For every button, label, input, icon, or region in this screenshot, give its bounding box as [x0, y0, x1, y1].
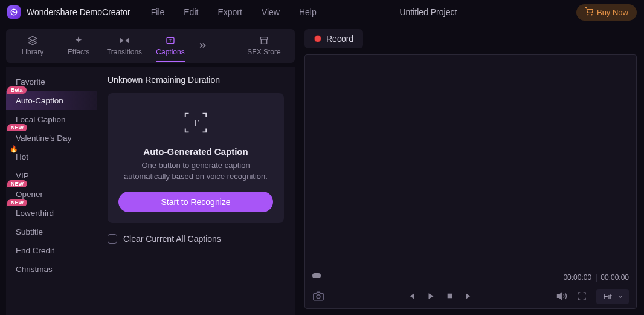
svg-point-7 — [317, 295, 320, 299]
buy-now-button[interactable]: Buy Now — [576, 4, 637, 21]
svg-text:T: T — [193, 117, 199, 129]
clear-captions-option[interactable]: Clear Current All Captions — [108, 234, 284, 244]
zoom-fit-select[interactable]: Fit — [596, 289, 629, 304]
tab-captions[interactable]: T Captions — [147, 36, 193, 56]
record-dot-icon — [314, 35, 321, 42]
app-logo-icon — [7, 5, 21, 19]
card-description: One button to generate caption automatic… — [118, 160, 273, 182]
category-auto-caption[interactable]: Beta Auto-Caption — [6, 91, 97, 110]
store-icon — [259, 36, 269, 45]
snapshot-button[interactable] — [312, 291, 324, 302]
record-label: Record — [326, 34, 353, 44]
fullscreen-button[interactable] — [577, 291, 587, 301]
time-display: 00:00:00 | 00:00:00 — [305, 273, 636, 284]
buy-now-label: Buy Now — [597, 8, 628, 17]
total-time: 00:00:00 — [601, 273, 629, 282]
preview-player: 00:00:00 | 00:00:00 Fit — [304, 54, 637, 309]
category-subtitle[interactable]: Subtitle — [6, 222, 97, 241]
caption-category-list: Favorite Beta Auto-Caption Local Caption… — [6, 67, 97, 315]
app-title: Wondershare DemoCreator — [27, 7, 130, 17]
transition-icon — [119, 36, 130, 45]
tab-library[interactable]: Library — [10, 36, 56, 56]
left-column: Library Effects Transitions T Captions S… — [0, 24, 301, 315]
duration-header: Unknown Remaining Duration — [108, 75, 284, 85]
new-badge: NEW — [7, 124, 27, 131]
cart-icon — [585, 7, 593, 18]
new-badge: NEW — [7, 180, 27, 187]
tab-transitions[interactable]: Transitions — [101, 36, 147, 56]
project-title: Untitled Project — [280, 7, 576, 17]
workspace: Library Effects Transitions T Captions S… — [0, 24, 644, 315]
start-recognize-button[interactable]: Start to Recognize — [118, 192, 273, 212]
menu-file[interactable]: File — [151, 7, 165, 17]
category-hot[interactable]: 🔥 Hot — [6, 148, 97, 166]
text-scan-icon: T — [179, 106, 212, 139]
auto-caption-panel: Unknown Remaining Duration T Auto-Genera… — [97, 67, 295, 315]
clear-captions-checkbox[interactable] — [108, 234, 117, 244]
tabs-more-button[interactable] — [193, 41, 211, 51]
media-tabs: Library Effects Transitions T Captions S… — [6, 29, 295, 63]
svg-point-1 — [588, 14, 588, 15]
menu-view[interactable]: View — [262, 7, 280, 17]
player-controls: Fit — [305, 284, 636, 308]
beta-badge: Beta — [7, 86, 27, 94]
card-title: Auto-Generated Caption — [143, 146, 248, 157]
next-frame-button[interactable] — [465, 292, 473, 300]
panels: Favorite Beta Auto-Caption Local Caption… — [6, 67, 295, 315]
svg-marker-9 — [557, 293, 561, 300]
stop-button[interactable] — [446, 292, 454, 300]
category-valentines[interactable]: NEW Valentine's Day — [6, 129, 97, 148]
svg-marker-3 — [28, 36, 36, 41]
preview-column: Record 00:00:00 | 00:00:00 — [301, 24, 644, 315]
category-christmas[interactable]: Christmas — [6, 260, 97, 279]
sparkle-icon — [73, 36, 84, 45]
menu-export[interactable]: Export — [217, 7, 242, 17]
svg-point-2 — [591, 14, 592, 15]
record-button[interactable]: Record — [304, 29, 363, 48]
preview-canvas[interactable] — [305, 55, 636, 271]
clear-captions-label: Clear Current All Captions — [123, 234, 221, 244]
auto-caption-card: T Auto-Generated Caption One button to g… — [108, 93, 284, 223]
tab-sfx-store[interactable]: SFX Store — [237, 36, 291, 56]
tab-effects[interactable]: Effects — [56, 36, 101, 56]
current-time: 00:00:00 — [563, 273, 591, 282]
time-separator: | — [595, 273, 597, 282]
prev-frame-button[interactable] — [407, 292, 416, 300]
play-button[interactable] — [427, 292, 435, 300]
layers-icon — [27, 36, 38, 45]
menu-edit[interactable]: Edit — [184, 7, 198, 17]
captions-icon: T — [165, 36, 176, 45]
volume-button[interactable] — [556, 291, 567, 302]
category-lowerthird[interactable]: NEW Lowerthird — [6, 204, 97, 222]
fire-icon: 🔥 — [10, 145, 18, 153]
svg-text:T: T — [169, 39, 172, 43]
svg-rect-8 — [448, 294, 452, 299]
titlebar: Wondershare DemoCreator File Edit Export… — [0, 0, 644, 24]
new-badge: NEW — [7, 199, 27, 206]
category-end-credit[interactable]: End Credit — [6, 241, 97, 260]
